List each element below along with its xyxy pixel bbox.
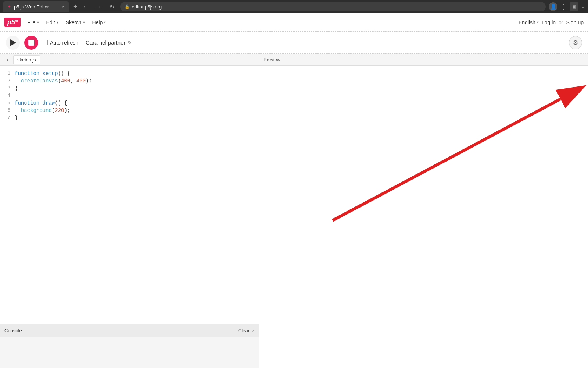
chevron-down-icon: ▾ [37, 20, 39, 24]
url-text: editor.p5js.org [132, 4, 162, 10]
tab-title: p5.js Web Editor [14, 4, 59, 10]
language-label: English [519, 20, 535, 25]
preview-body [259, 66, 588, 368]
browser-controls: ← → ↻ 🔒 editor.p5js.org 👤 ⋮ ▣ ⌄ [80, 1, 585, 12]
line-number-1: 1 [0, 70, 15, 77]
browser-menu-icon[interactable]: ⋮ [560, 3, 567, 11]
tab-close-button[interactable]: × [62, 4, 65, 10]
address-bar[interactable]: 🔒 editor.p5js.org [120, 2, 546, 11]
file-menu[interactable]: File ▾ [24, 17, 43, 28]
line-number-3: 3 [0, 85, 15, 92]
code-line-2: 2 createCanvas(400, 400); [0, 77, 259, 85]
editor-content[interactable]: 1 function setup() { 2 createCanvas(400,… [0, 66, 259, 324]
settings-button[interactable]: ⚙ [569, 36, 582, 49]
console-clear-button[interactable]: Clear ∨ [238, 328, 254, 333]
line-content-2: createCanvas(400, 400); [15, 77, 92, 85]
code-line-3: 3 } [0, 85, 259, 92]
play-button[interactable] [6, 36, 20, 50]
auto-refresh-label-text: Auto-refresh [50, 40, 78, 46]
signup-link[interactable]: Sign up [566, 20, 584, 25]
line-content-1: function setup() { [15, 70, 70, 77]
console-header: Console Clear ∨ [0, 324, 259, 337]
line-content-5: function draw() { [15, 99, 67, 107]
line-number-2: 2 [0, 77, 15, 85]
sketch-name: Caramel partner ✎ [86, 39, 132, 46]
edit-sketch-name-icon[interactable]: ✎ [128, 40, 132, 46]
sketch-menu[interactable]: Sketch ▾ [62, 17, 89, 28]
main-area: › sketch.js 1 function setup() { 2 creat… [0, 54, 588, 368]
refresh-button[interactable]: ↻ [107, 1, 117, 12]
line-content-6: background(220); [15, 107, 70, 114]
code-line-7: 7 } [0, 114, 259, 121]
p5-logo: p5* [4, 18, 21, 27]
language-chevron-icon: ▾ [537, 20, 539, 24]
stop-button[interactable] [24, 36, 38, 50]
nav-menu: File ▾ Edit ▾ Sketch ▾ Help ▾ [24, 17, 110, 28]
toolbar: Auto-refresh Caramel partner ✎ ⚙ [0, 32, 588, 54]
preview-header: Preview [259, 54, 588, 66]
browser-chrome: ✦ p5.js Web Editor × + ← → ↻ 🔒 editor.p5… [0, 0, 588, 13]
code-line-1: 1 function setup() { [0, 70, 259, 77]
header-right: English ▾ Log in or Sign up [519, 20, 584, 25]
console-body [0, 337, 259, 368]
chevron-down-icon: ▾ [104, 20, 106, 24]
help-menu[interactable]: Help ▾ [89, 17, 110, 28]
back-button[interactable]: ← [80, 1, 91, 12]
preview-title: Preview [263, 57, 280, 62]
annotation-arrow [259, 66, 588, 368]
code-line-6: 6 background(220); [0, 107, 259, 114]
auto-refresh-toggle[interactable]: Auto-refresh [43, 40, 78, 46]
collapse-files-button[interactable]: › [3, 55, 12, 64]
code-line-5: 5 function draw() { [0, 99, 259, 107]
profile-icon[interactable]: 👤 [549, 2, 557, 11]
sidebar-toggle-icon[interactable]: ▣ [570, 2, 578, 11]
chevron-down-icon: ▾ [83, 20, 85, 24]
code-area[interactable]: 1 function setup() { 2 createCanvas(400,… [0, 66, 259, 324]
new-tab-button[interactable]: + [74, 3, 78, 11]
sketch-js-tab[interactable]: sketch.js [13, 55, 40, 64]
browser-tab[interactable]: ✦ p5.js Web Editor × [3, 1, 69, 12]
line-number-6: 6 [0, 107, 15, 114]
editor-tab-bar: › sketch.js [0, 54, 259, 66]
line-content-3: } [15, 85, 18, 92]
line-number-5: 5 [0, 99, 15, 107]
edit-menu[interactable]: Edit ▾ [43, 17, 62, 28]
chevron-down-icon: ▾ [57, 20, 58, 24]
svg-line-1 [333, 99, 560, 220]
console-clear-label: Clear [238, 328, 250, 333]
console-panel: Console Clear ∨ [0, 324, 259, 368]
expand-icon[interactable]: ⌄ [581, 4, 585, 9]
stop-icon [28, 40, 34, 46]
sketch-name-text: Caramel partner [86, 39, 125, 46]
auto-refresh-checkbox[interactable] [43, 40, 48, 45]
login-link[interactable]: Log in [542, 20, 556, 25]
play-icon [10, 39, 16, 46]
forward-button[interactable]: → [94, 1, 104, 12]
gear-icon: ⚙ [573, 39, 578, 47]
preview-panel: Preview [259, 54, 588, 368]
console-title: Console [4, 328, 238, 333]
app-header: p5* File ▾ Edit ▾ Sketch ▾ Help ▾ Englis… [0, 13, 588, 32]
console-chevron-icon: ∨ [251, 328, 254, 333]
chevron-right-icon: › [7, 57, 8, 63]
tab-favicon: ✦ [7, 4, 11, 9]
code-line-4: 4 [0, 92, 259, 99]
line-content-7: } [15, 114, 18, 121]
line-number-7: 7 [0, 114, 15, 121]
line-number-4: 4 [0, 92, 15, 99]
editor-panel: › sketch.js 1 function setup() { 2 creat… [0, 54, 259, 368]
language-selector[interactable]: English ▾ [519, 20, 539, 25]
header-separator: or [559, 20, 563, 25]
lock-icon: 🔒 [125, 4, 130, 9]
